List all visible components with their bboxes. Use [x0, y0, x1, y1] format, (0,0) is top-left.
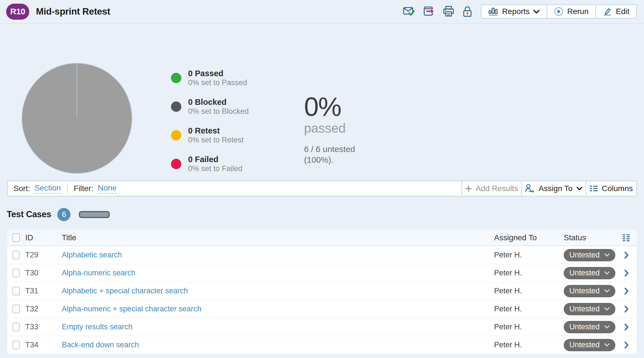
row-checkbox[interactable]: [12, 251, 20, 259]
add-results-label: Add Results: [476, 184, 518, 193]
legend-subtext: 0% set to Retest: [188, 135, 244, 144]
status-label: Untested: [569, 341, 600, 349]
legend-subtext: 0% set to Passed: [188, 78, 247, 87]
filter-label: Filter:: [74, 184, 93, 193]
edit-button[interactable]: Edit: [595, 5, 636, 18]
filter-value-link[interactable]: None: [98, 183, 117, 194]
status-chevron-icon: [604, 289, 610, 293]
legend-dot: [171, 159, 181, 169]
columns-button[interactable]: Columns: [586, 181, 636, 196]
open-test-chevron-icon[interactable]: [624, 341, 629, 349]
rerun-button[interactable]: Rerun: [547, 5, 595, 18]
open-test-chevron-icon[interactable]: [624, 287, 629, 295]
table-row: T30 Alpha-numeric search Peter H. Untest…: [7, 264, 637, 282]
assigned-to: Peter H.: [494, 287, 564, 295]
table-header-row: ID Title Assigned To Status: [7, 230, 637, 246]
sort-filter-toolbar: Sort: Section Filter: None Add Results A…: [7, 181, 637, 196]
test-title-link[interactable]: Alpha-numeric + special character search: [62, 305, 201, 313]
test-title-link[interactable]: Alpha-numeric search: [62, 269, 136, 277]
status-chevron-icon: [604, 307, 610, 311]
email-notification-icon[interactable]: [403, 6, 415, 17]
legend-label: 0 Failed: [188, 155, 243, 164]
status-dropdown[interactable]: Untested: [564, 267, 615, 279]
play-icon: [554, 7, 563, 16]
print-icon[interactable]: [443, 6, 455, 17]
header-icon-group: [403, 6, 472, 17]
columns-icon: [590, 185, 598, 192]
status-label: Untested: [569, 323, 600, 331]
toolbar-divider: [67, 184, 68, 193]
lock-icon[interactable]: [462, 6, 472, 17]
passed-label: passed: [304, 121, 355, 135]
legend-item: 0 Blocked 0% set to Blocked: [171, 96, 249, 117]
run-id-badge: R10: [6, 4, 29, 20]
col-header-status: Status: [564, 233, 616, 242]
status-dropdown[interactable]: Untested: [564, 321, 615, 333]
status-label: Untested: [569, 251, 600, 259]
passed-summary: 0% passed 6 / 6 untested (100%).: [304, 93, 355, 165]
results-legend: 0 Passed 0% set to Passed 0 Blocked 0% s…: [171, 67, 249, 182]
table-row: T33 Empty results search Peter H. Untest…: [7, 318, 637, 336]
page-title: Mid-sprint Retest: [36, 6, 110, 17]
select-all-checkbox[interactable]: [12, 233, 20, 242]
test-title-link[interactable]: Alphabetic search: [62, 251, 122, 259]
legend-label: 0 Blocked: [188, 97, 249, 107]
row-checkbox[interactable]: [12, 341, 20, 349]
row-checkbox[interactable]: [12, 287, 20, 295]
legend-dot: [171, 130, 181, 141]
assign-to-button[interactable]: Assign To: [521, 181, 586, 196]
reports-button[interactable]: Reports: [481, 5, 547, 18]
test-id: T30: [25, 269, 62, 277]
untested-percent: (100%).: [304, 155, 355, 165]
assigned-to: Peter H.: [494, 341, 564, 349]
assigned-to: Peter H.: [494, 323, 564, 331]
col-header-assigned: Assigned To: [494, 233, 564, 242]
table-columns-icon[interactable]: [622, 234, 631, 242]
open-test-chevron-icon[interactable]: [624, 269, 629, 277]
status-dropdown[interactable]: Untested: [564, 339, 615, 351]
section-title: Test Cases: [7, 209, 51, 219]
open-test-chevron-icon[interactable]: [624, 251, 629, 259]
legend-subtext: 0% set to Failed: [188, 164, 243, 173]
row-checkbox[interactable]: [12, 269, 20, 277]
test-cases-table: ID Title Assigned To Status T29 Alphabet…: [7, 230, 637, 354]
row-checkbox[interactable]: [12, 323, 20, 331]
edit-pencil-icon: [603, 7, 612, 16]
legend-item: 0 Retest 0% set to Retest: [171, 125, 249, 146]
assigned-to: Peter H.: [494, 305, 564, 313]
export-icon[interactable]: [423, 6, 435, 17]
status-label: Untested: [569, 305, 600, 313]
status-dropdown[interactable]: Untested: [564, 303, 615, 315]
section-progress-bar: [79, 211, 110, 218]
reports-button-label: Reports: [502, 7, 529, 16]
status-chevron-icon: [604, 253, 610, 257]
chevron-down-icon: [533, 10, 540, 14]
header-button-group: Reports Rerun Edi: [481, 4, 637, 19]
status-dropdown[interactable]: Untested: [564, 249, 615, 261]
results-pie-chart: [22, 63, 132, 174]
test-title-link[interactable]: Empty results search: [62, 323, 133, 331]
status-chevron-icon: [604, 325, 610, 329]
test-title-link[interactable]: Back-end down search: [62, 341, 139, 349]
sort-value-link[interactable]: Section: [35, 183, 61, 194]
legend-dot: [171, 101, 181, 112]
legend-subtext: 0% set to Blocked: [188, 107, 249, 116]
test-id: T31: [25, 287, 62, 295]
col-header-title: Title: [62, 233, 494, 242]
run-header: R10 Mid-sprint Retest: [0, 0, 644, 24]
chevron-down-icon: [576, 187, 583, 191]
add-results-button[interactable]: Add Results: [462, 181, 521, 196]
test-cases-section-head: Test Cases 6: [7, 208, 637, 221]
col-header-id: ID: [25, 233, 62, 242]
assigned-to: Peter H.: [494, 251, 564, 259]
test-id: T33: [25, 323, 62, 331]
legend-dot: [171, 73, 181, 83]
row-checkbox[interactable]: [12, 305, 20, 313]
test-id: T29: [25, 251, 62, 259]
status-dropdown[interactable]: Untested: [564, 285, 615, 297]
open-test-chevron-icon[interactable]: [624, 305, 629, 313]
test-title-link[interactable]: Alphabetic + special character search: [62, 287, 188, 295]
edit-button-label: Edit: [616, 7, 629, 16]
open-test-chevron-icon[interactable]: [624, 323, 629, 331]
legend-item: 0 Passed 0% set to Passed: [171, 67, 249, 88]
